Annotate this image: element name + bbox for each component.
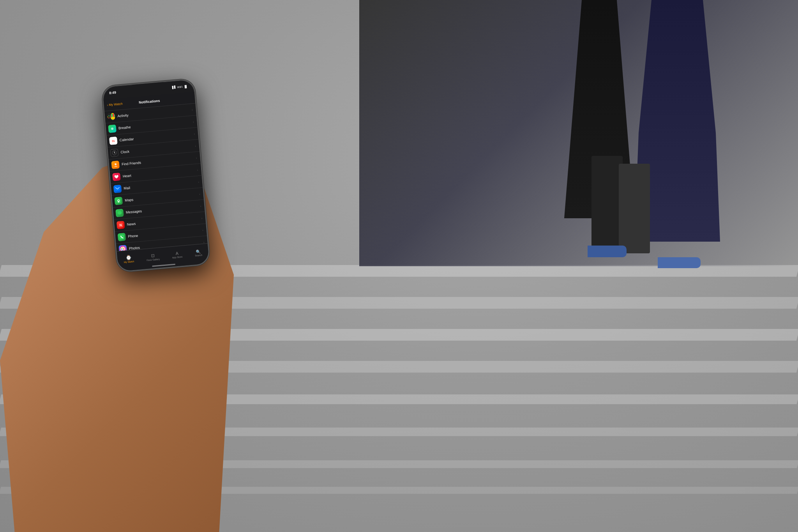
chevron-icon: › (203, 240, 205, 243)
back-label: My Watch (109, 102, 123, 107)
status-time: 8:49 (109, 90, 117, 95)
back-button[interactable]: ‹ My Watch (107, 102, 123, 107)
tab-search[interactable]: 🔍 Search (194, 249, 203, 257)
tab-app-store[interactable]: A App Store (172, 251, 183, 259)
chevron-left-icon: ‹ (107, 103, 108, 107)
activity-icon (107, 113, 116, 121)
search-label: Search (195, 254, 202, 257)
search-icon: 🔍 (196, 249, 201, 254)
screen-content: Activity › Breathe › 31 Calendar › (104, 103, 207, 251)
breathe-icon (108, 124, 117, 133)
chevron-icon: › (196, 156, 197, 159)
phone-icon (118, 233, 126, 241)
nav-title: Notifications (139, 99, 160, 104)
shoe-right-1 (658, 257, 701, 268)
svg-text:N: N (119, 223, 122, 227)
svg-point-3 (111, 127, 114, 130)
my-watch-icon: ⌚ (125, 255, 132, 260)
svg-point-11 (117, 211, 122, 215)
chevron-icon: › (201, 217, 202, 219)
leg-right (619, 164, 650, 253)
app-store-label: App Store (172, 256, 183, 259)
app-store-icon: A (175, 251, 178, 256)
shoe-left-1 (588, 246, 627, 257)
chevron-icon: › (199, 193, 200, 195)
chevron-icon: › (195, 144, 196, 147)
tab-face-gallery[interactable]: ⊡ Face Gallery (146, 252, 160, 261)
find-friends-icon (111, 161, 120, 169)
maps-icon (115, 197, 123, 205)
status-icons: ▋▋ WiFi ▐▌ (172, 85, 187, 89)
calendar-icon: 31 (109, 136, 118, 145)
chevron-icon: › (194, 132, 195, 135)
signal-icon: ▋▋ (172, 86, 176, 89)
clock-icon (110, 148, 119, 157)
my-watch-label: My Watch (124, 260, 134, 263)
phone-frame: 8:49 ▋▋ WiFi ▐▌ ‹ My Watch Notifications (101, 78, 211, 272)
chevron-icon: › (200, 205, 201, 207)
chevron-icon: › (193, 120, 194, 123)
mail-icon (113, 185, 122, 193)
tab-my-watch[interactable]: ⌚ My Watch (124, 255, 134, 263)
news-icon: N (117, 221, 125, 230)
chevron-icon: › (192, 108, 193, 111)
battery-icon: ▐▌ (184, 85, 187, 88)
chevron-icon: › (198, 180, 199, 183)
leg-left (591, 156, 623, 253)
chevron-icon: › (202, 228, 203, 231)
phone: 8:49 ▋▋ WiFi ▐▌ ‹ My Watch Notifications (101, 78, 211, 272)
wifi-icon: WiFi (177, 85, 183, 88)
svg-point-7 (114, 163, 116, 165)
chevron-icon: › (197, 168, 198, 171)
face-gallery-label: Face Gallery (147, 258, 160, 261)
messages-icon (115, 209, 124, 217)
face-gallery-icon: ⊡ (151, 253, 155, 258)
heart-icon (112, 173, 121, 181)
